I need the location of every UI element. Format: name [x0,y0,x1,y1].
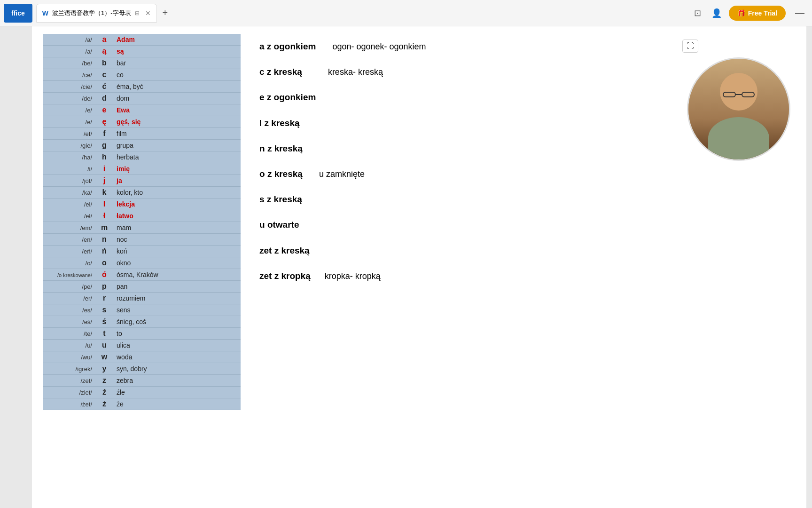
tab-pin-icon[interactable]: ⊟ [135,10,140,16]
window-icon[interactable]: ⊡ [691,7,704,20]
phonetic-cell: /wu/ [43,351,95,363]
tab-icon: W [42,9,48,17]
tab-close-icon[interactable]: ✕ [145,9,151,17]
table-row: /eś/śśnieg, coś [43,316,241,328]
phonetic-cell: /igrek/ [43,363,95,375]
table-row: /ef/ffilm [43,128,241,140]
word-cell: rozumiem [114,293,241,304]
letter-cell: r [95,293,114,304]
table-row: /o kreskowane/óósma, Kraków [43,269,241,281]
note-text-5: n z kreską [259,143,303,153]
phonetic-cell: /ef/ [43,128,95,140]
table-row: /żet/żże [43,398,241,410]
word-cell: pan [114,281,241,293]
tab-area: W 波兰语语音教学（1）-字母表 ⊟ ✕ + [36,4,687,23]
fullscreen-button[interactable]: ⛶ [682,40,698,53]
letter-cell: k [95,187,114,198]
letter-cell: ś [95,316,114,328]
letter-cell: h [95,151,114,163]
phonetic-cell: /em/ [43,222,95,234]
office-button[interactable]: ffice [4,4,32,23]
word-cell: kolor, kto [114,187,241,198]
note-u-otwarte: u otwarte [259,217,664,233]
phonetic-cell: /de/ [43,93,95,104]
tab-title: 波兰语语音教学（1）-字母表 [52,9,131,17]
table-row: /eł/łłatwo [43,210,241,222]
office-label: ffice [11,9,25,17]
table-row: /ce/cco [43,69,241,81]
note-text-7: s z kreską [259,194,302,204]
table-row: /pe/ppan [43,281,241,293]
note-extra-6: u zamknięte [319,169,365,179]
letter-cell: d [95,93,114,104]
note-l-kreska: l z kreską [259,115,664,131]
table-row: /ziet/źźle [43,387,241,398]
word-cell: woda [114,351,241,363]
phonetic-cell: /ha/ [43,151,95,163]
note-o-kreska: o z kreską u zamknięte [259,166,664,182]
svg-rect-0 [723,92,735,97]
table-row: /cie/ćéma, być [43,81,241,93]
letter-cell: ó [95,269,114,281]
letter-cell: ź [95,387,114,398]
main-area: /a/aAdam/a/ąsą/be/bbar/ce/cco/cie/ćéma, … [0,26,812,508]
phonetic-cell: /te/ [43,328,95,340]
phonetic-cell: /be/ [43,57,95,69]
table-row: /o/ookno [43,257,241,269]
table-row: /be/bbar [43,57,241,69]
table-row: /en/nnoc [43,234,241,246]
letter-cell: j [95,175,114,187]
table-row: /gie/ggrupa [43,140,241,151]
letter-cell: e [95,104,114,116]
note-text-6: o z kreską [259,169,303,179]
scrollbar[interactable] [806,26,812,508]
note-extra-2: kreska- kreską [328,67,383,77]
word-cell: Adam [114,34,241,46]
table-row: /e/eEwa [43,104,241,116]
table-row: /eń/ńkoń [43,246,241,257]
free-trial-button[interactable]: 🎁 Free Trial [729,6,786,21]
word-cell: film [114,128,241,140]
phonetic-cell: /eń/ [43,246,95,257]
letter-cell: g [95,140,114,151]
letter-cell: o [95,257,114,269]
table-row: /jot/jja [43,175,241,187]
minimize-button[interactable]: — [791,8,808,18]
table-row: /em/mmam [43,222,241,234]
letter-cell: ć [95,81,114,93]
svg-rect-1 [742,92,754,97]
letter-cell: ż [95,398,114,410]
letter-cell: t [95,328,114,340]
word-cell: ulica [114,340,241,351]
notes-section: a z ogonkiem ogon- ogonek- ogonkiem c z … [250,34,673,500]
note-c-kreska: c z kreską kreska- kreską [259,64,664,80]
phonetic-cell: /zet/ [43,375,95,387]
word-cell: dom [114,93,241,104]
fullscreen-area: ⛶ [682,36,698,53]
word-cell: koń [114,246,241,257]
letter-cell: n [95,234,114,246]
note-extra-10: kropka- kropką [325,271,381,281]
note-text-9: zet z kreską [259,246,310,255]
letter-cell: c [95,69,114,81]
phonetic-cell: /ce/ [43,69,95,81]
note-text-3: e z ogonkiem [259,92,316,102]
letter-cell: l [95,198,114,210]
topbar-right: ⊡ 👤 🎁 Free Trial — [691,6,808,21]
letter-cell: ę [95,116,114,128]
word-cell: sens [114,304,241,316]
phonetic-cell: /żet/ [43,398,95,410]
word-cell: okno [114,257,241,269]
word-cell: Ewa [114,104,241,116]
table-row: /a/ąsą [43,46,241,57]
letter-cell: z [95,375,114,387]
table-row: /u/uulica [43,340,241,351]
person-glasses [722,91,755,98]
table-row: /i/iimię [43,163,241,175]
note-zet-kropka: zet z kropką kropka- kropką [259,268,664,284]
letter-cell: u [95,340,114,351]
active-tab[interactable]: W 波兰语语音教学（1）-字母表 ⊟ ✕ [36,4,157,23]
word-cell: ja [114,175,241,187]
new-tab-button[interactable]: + [159,6,172,20]
user-icon[interactable]: 👤 [710,7,723,20]
